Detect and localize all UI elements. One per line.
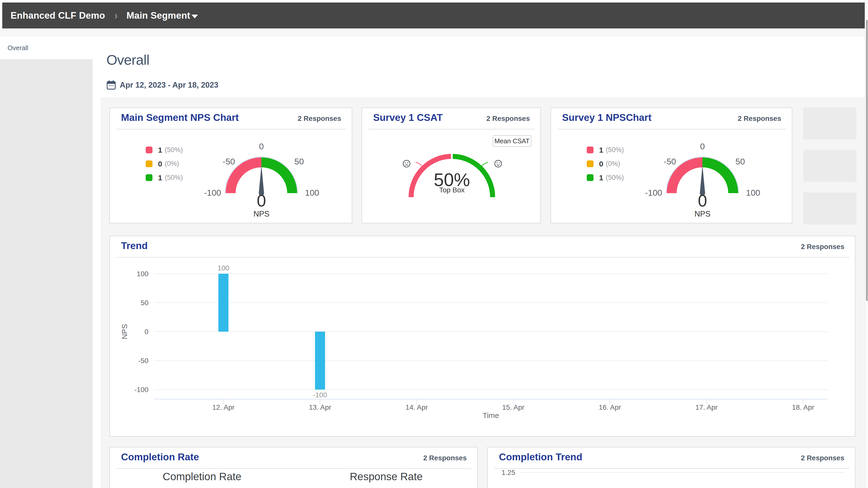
svg-text:15. Apr: 15. Apr	[502, 403, 525, 411]
card-survey1-csat: Survey 1 CSAT 2 Responses Mean CSAT 50% …	[362, 108, 541, 223]
gauge-value: 0	[698, 191, 707, 210]
scrollbar-track[interactable]	[865, 0, 868, 488]
loading-placeholder	[803, 108, 857, 140]
svg-text:0: 0	[145, 328, 149, 336]
svg-text:1.25: 1.25	[502, 469, 516, 477]
response-rate-column-header: Response Rate	[294, 470, 478, 483]
svg-text:-50: -50	[664, 156, 676, 166]
app-header: Enhanced CLF Demo › Main Segment	[2, 2, 865, 28]
svg-text:-100: -100	[313, 391, 327, 399]
chevron-down-icon	[191, 15, 198, 19]
svg-text:-100: -100	[645, 188, 662, 197]
loading-placeholder	[803, 150, 857, 182]
svg-text:100: 100	[136, 270, 149, 278]
gauge-value: 0	[257, 191, 266, 210]
svg-text:100: 100	[305, 188, 319, 197]
svg-text:50: 50	[141, 299, 149, 307]
svg-text:-100: -100	[204, 188, 221, 197]
sidebar-item-overall[interactable]: Overall	[7, 36, 28, 59]
svg-text:NPS: NPS	[120, 324, 129, 339]
svg-text:17. Apr: 17. Apr	[695, 403, 718, 411]
divider	[117, 468, 472, 469]
card-survey1-nps: Survey 1 NPSChart 2 Responses 1 (50%) 0 …	[551, 108, 792, 223]
scrollbar-thumb[interactable]	[866, 20, 868, 301]
svg-text:12. Apr: 12. Apr	[212, 403, 235, 411]
svg-text:0: 0	[700, 142, 705, 151]
breadcrumb-separator-icon: ›	[115, 9, 118, 22]
completion-rate-column-header: Completion Rate	[110, 470, 294, 483]
breadcrumb-project[interactable]: Enhanced CLF Demo	[10, 10, 105, 21]
loading-placeholder	[803, 192, 857, 224]
card-title: Completion Rate	[121, 452, 199, 463]
nps-gauge-chart: 0-5050-100100	[110, 108, 352, 223]
card-main-segment-nps: Main Segment NPS Chart 2 Responses 1 (50…	[110, 108, 352, 223]
svg-text:16. Apr: 16. Apr	[599, 403, 621, 411]
gauge-value-label: NPS	[694, 209, 711, 219]
svg-text:Time: Time	[483, 411, 499, 420]
svg-text:-50: -50	[138, 357, 149, 365]
svg-text:18. Apr: 18. Apr	[792, 403, 814, 411]
svg-text:100: 100	[218, 264, 229, 272]
breadcrumb-segment-label: Main Segment	[127, 10, 190, 21]
card-trend: Trend 2 Responses 100500-50-10012. Apr13…	[110, 236, 856, 437]
card-completion-trend: Completion Trend 2 Responses 1.25	[487, 447, 856, 488]
svg-text:14. Apr: 14. Apr	[406, 403, 428, 411]
svg-text:13. Apr: 13. Apr	[309, 403, 331, 411]
svg-text:0: 0	[259, 142, 264, 151]
card-completion-rate: Completion Rate 2 Responses Completion R…	[110, 447, 478, 488]
svg-text:-100: -100	[134, 386, 149, 394]
svg-text:-50: -50	[223, 156, 235, 166]
svg-text:100: 100	[746, 188, 760, 197]
gauge-value-label: NPS	[253, 209, 270, 219]
csat-gauge-chart	[362, 108, 540, 223]
completion-trend-chart: 1.25	[488, 448, 855, 486]
breadcrumb-segment-dropdown[interactable]: Main Segment	[127, 10, 198, 21]
csat-value-label: Top Box	[439, 186, 464, 194]
date-range-label: Apr 12, 2023 - Apr 18, 2023	[120, 81, 218, 90]
svg-text:50: 50	[294, 156, 304, 166]
calendar-icon	[107, 80, 116, 90]
sidebar	[0, 59, 93, 488]
page-title: Overall	[106, 52, 149, 68]
page-background-band	[0, 28, 865, 36]
svg-text:50: 50	[736, 156, 745, 166]
nps-gauge-chart: 0-5050-100100	[551, 108, 792, 223]
responses-count: 2 Responses	[423, 454, 467, 462]
date-range-picker[interactable]: Apr 12, 2023 - Apr 18, 2023	[107, 80, 218, 90]
trend-bar-chart: 100500-50-10012. Apr13. Apr14. Apr15. Ap…	[110, 236, 855, 436]
